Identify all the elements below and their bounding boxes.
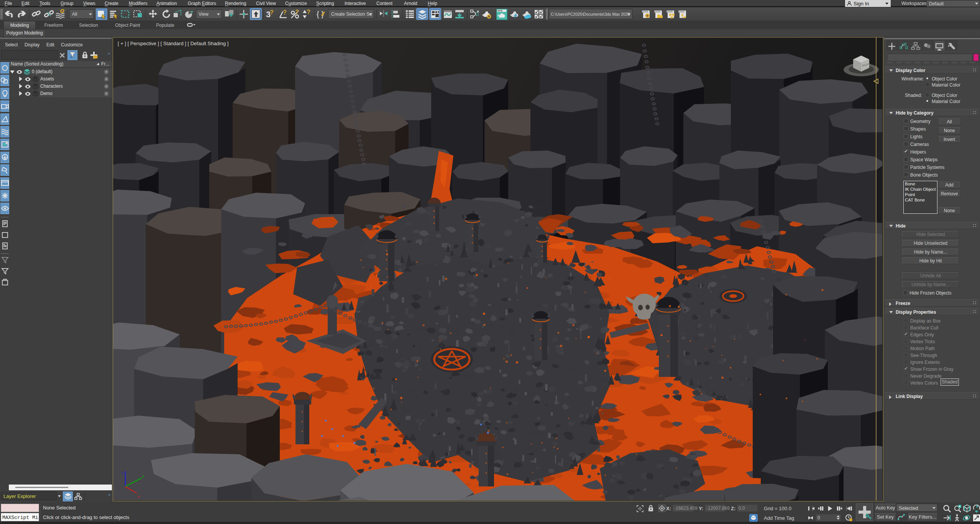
svg-text:?: ? <box>307 9 310 15</box>
svg-text:z: z <box>121 470 124 475</box>
svg-text:?: ? <box>270 9 274 16</box>
svg-text:[ + ] [ Perspective ] [ Standa: [ + ] [ Perspective ] [ Standard ] [ Def… <box>118 41 228 46</box>
svg-text:x: x <box>138 494 140 499</box>
svg-text:?: ? <box>295 9 299 15</box>
svg-text:?: ? <box>283 9 287 16</box>
svg-text:y: y <box>142 473 144 478</box>
